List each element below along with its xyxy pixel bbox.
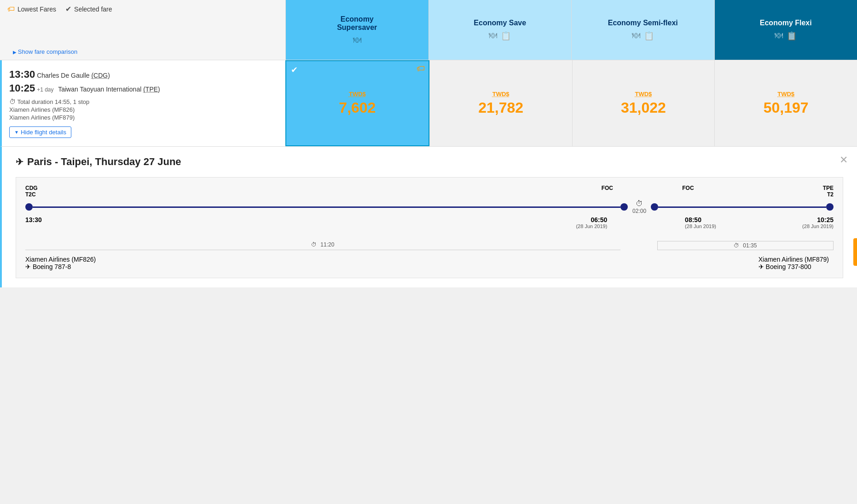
flight-detail-section: ✕ ✈ Paris - Taipei, Thursday 27 June CDG… — [0, 147, 857, 287]
price-cell-flexi[interactable]: TWD$ 50,197 — [714, 60, 857, 146]
price-amount-flexi: 50,197 — [764, 99, 809, 116]
airplane-icon: ✈ — [16, 156, 23, 167]
stop-airport-label-2: FOC — [682, 185, 694, 191]
airline-seg2: Xiamen Airlines (MF879) ✈ Boeing 737-800 — [759, 256, 834, 270]
price-cell-save[interactable]: TWD$ 21,782 — [429, 60, 572, 146]
price-amount-save: 21,782 — [478, 99, 523, 116]
flight-info: 13:30 Charles De Gaulle (CDG) 10:25 +1 d… — [2, 60, 285, 146]
selected-fare-label: Selected fare — [74, 6, 112, 13]
fare-col-semiflexi-title: Economy Semi-flexi — [608, 19, 678, 27]
arr-time-label: 10:25 (28 Jun 2019) — [802, 216, 834, 229]
timeline-container: CDG T2C FOC FOC TPE T2 — [16, 177, 843, 278]
airline2: Xiamen Airlines (MF879) — [9, 114, 278, 121]
baggage-icon-save: 📋 — [501, 31, 511, 41]
meal-icon-semiflexi: 🍽 — [632, 31, 640, 41]
header-row: 🏷 Lowest Fares ✔ Selected fare Show fare… — [0, 0, 857, 60]
selected-checkmark: ✔ — [291, 65, 298, 75]
hide-flight-details-button[interactable]: Hide flight details — [9, 126, 71, 138]
line-seg2 — [658, 206, 826, 208]
checkmark-icon: ✔ — [65, 5, 71, 13]
meal-icon-flexi: 🍽 — [775, 31, 783, 41]
dot-foc-arr — [620, 203, 628, 211]
dep-code[interactable]: (CDG) — [91, 72, 110, 79]
dep-airport-label: CDG T2C — [25, 185, 38, 198]
arr-code[interactable]: (TPE) — [143, 86, 160, 93]
airline2-name: Xiamen Airlines (MF879) — [759, 256, 829, 263]
legend-icons: 🏷 Lowest Fares ✔ Selected fare — [7, 5, 278, 13]
dot-tpe — [826, 203, 834, 211]
stop-airport-label-1: FOC — [602, 185, 613, 191]
baggage-icon-semiflexi: 📋 — [644, 31, 654, 41]
airline1-name: Xiamen Airlines (MF826) — [25, 256, 96, 263]
route-title: ✈ Paris - Taipei, Thursday 27 June — [16, 156, 843, 168]
arrival-airport: Taiwan Taoyuan International (TPE) — [58, 86, 160, 93]
seg2-dep-time-label: 08:50 (28 Jun 2019) — [685, 216, 716, 229]
price-cell-semiflexi[interactable]: TWD$ 31,022 — [572, 60, 715, 146]
price-tag-icon: 🏷 — [417, 64, 425, 74]
show-fare-comparison-link[interactable]: Show fare comparison — [7, 48, 77, 55]
legend-area: 🏷 Lowest Fares ✔ Selected fare Show fare… — [0, 0, 285, 60]
flight-duration: ⏱ Total duration 14:55, 1 stop — [9, 98, 278, 105]
price-amount-supersaver: 7,602 — [339, 99, 376, 116]
day-offset: +1 day — [37, 86, 53, 93]
lowest-fares-legend: 🏷 Lowest Fares — [7, 5, 56, 13]
price-currency-semiflexi: TWD$ — [635, 91, 652, 97]
fare-col-semiflexi[interactable]: Economy Semi-flexi 🍽 📋 — [571, 0, 714, 60]
dep-time-label: 13:30 — [25, 216, 42, 223]
fare-col-save[interactable]: Economy Save 🍽 📋 — [428, 0, 572, 60]
price-amount-semiflexi: 31,022 — [621, 99, 666, 116]
meal-icon-save: 🍽 — [489, 31, 497, 41]
price-cell-supersaver[interactable]: ✔ 🏷 TWD$ 7,602 — [285, 60, 429, 146]
scroll-indicator — [853, 238, 857, 266]
duration-bars: ⏱ 11:20 ⏱ 01:35 — [25, 241, 834, 250]
plane-small-icon-2: ✈ — [759, 263, 764, 270]
price-currency-flexi: TWD$ — [777, 91, 794, 97]
dot-cdg — [25, 203, 33, 211]
aircraft2-name: ✈ Boeing 737-800 — [759, 263, 829, 270]
price-cells: ✔ 🏷 TWD$ 7,602 TWD$ 21,782 TWD$ 31,022 T… — [285, 60, 857, 146]
close-button[interactable]: ✕ — [840, 154, 848, 166]
timeline-main-row: ⏱ 02:00 — [25, 201, 834, 212]
arr-airport-label: TPE T2 — [823, 185, 834, 198]
fare-col-supersaver[interactable]: EconomySupersaver 🍽 — [285, 0, 428, 60]
fare-col-supersaver-title: EconomySupersaver — [337, 15, 377, 32]
fare-col-flexi[interactable]: Economy Flexi 🍽 📋 — [714, 0, 857, 60]
fare-col-save-icons: 🍽 📋 — [489, 31, 511, 41]
baggage-icon-flexi: 📋 — [787, 31, 797, 41]
fare-col-flexi-icons: 🍽 📋 — [775, 31, 797, 41]
departure-time: 13:30 — [9, 69, 35, 80]
aircraft1-name: ✈ Boeing 787-8 — [25, 263, 96, 270]
fare-col-supersaver-icons: 🍽 — [353, 35, 361, 45]
tag-icon: 🏷 — [7, 5, 15, 13]
seg2-duration-icon: ⏱ — [734, 242, 739, 249]
meal-icon-supersaver: 🍽 — [353, 35, 361, 45]
lowest-fares-label: Lowest Fares — [17, 6, 56, 13]
airline-block: Xiamen Airlines (MF826) ✈ Boeing 787-8 X… — [25, 256, 834, 270]
seg1-duration: ⏱ 11:20 — [25, 241, 620, 250]
airline1: Xiamen Airlines (MF826) — [9, 106, 278, 113]
flight-meta: ⏱ Total duration 14:55, 1 stop Xiamen Ai… — [9, 98, 278, 121]
fare-col-flexi-title: Economy Flexi — [760, 19, 812, 27]
airline-seg1: Xiamen Airlines (MF826) ✈ Boeing 787-8 — [25, 256, 96, 270]
seg2-duration: ⏱ 01:35 — [657, 241, 834, 250]
price-currency-supersaver: TWD$ — [349, 91, 366, 97]
price-currency-save: TWD$ — [492, 91, 510, 97]
departure-airport: Charles De Gaulle (CDG) — [37, 72, 110, 79]
stopover-clock-icon: ⏱ — [636, 200, 643, 208]
selected-fare-legend: ✔ Selected fare — [65, 5, 112, 13]
seg1-duration-icon: ⏱ — [311, 241, 317, 248]
plane-small-icon-1: ✈ — [25, 263, 31, 270]
stopover-area: ⏱ 02:00 — [628, 200, 651, 214]
fare-col-semiflexi-icons: 🍽 📋 — [632, 31, 654, 41]
seg1-arr-time-label: 06:50 (28 Jun 2019) — [576, 216, 607, 229]
flight-row: 13:30 Charles De Gaulle (CDG) 10:25 +1 d… — [0, 60, 857, 147]
fare-col-save-title: Economy Save — [474, 19, 526, 27]
dot-foc-dep — [651, 203, 658, 211]
arrival-time: 10:25 — [9, 82, 35, 94]
line-seg1 — [33, 206, 620, 208]
stopover-duration: 02:00 — [632, 208, 646, 214]
